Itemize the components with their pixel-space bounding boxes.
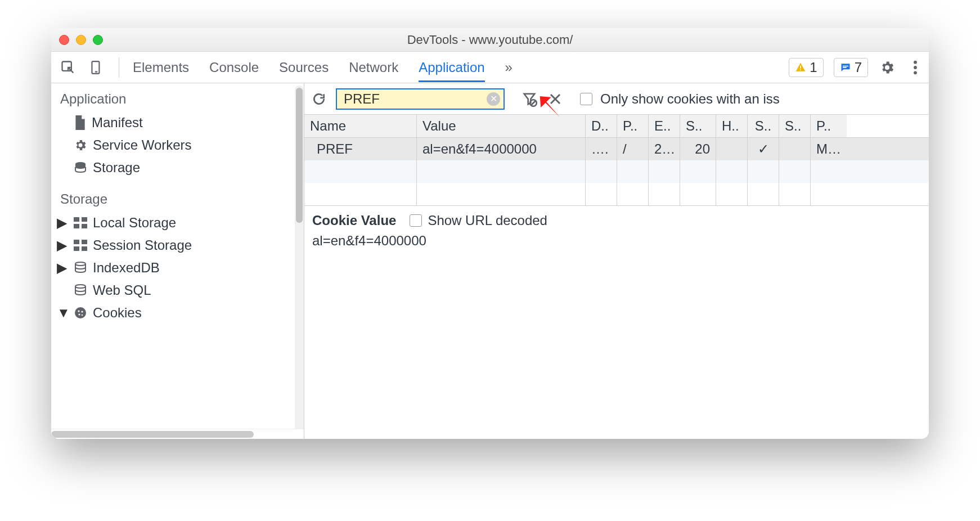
svg-point-7 xyxy=(914,60,917,64)
cookie-filter-input[interactable] xyxy=(343,91,483,107)
more-icon[interactable] xyxy=(906,59,924,77)
cell-value: al=en&f4=4000000 xyxy=(417,138,586,160)
col-priority[interactable]: P.. xyxy=(811,115,847,137)
tabs-overflow[interactable]: » xyxy=(505,53,513,82)
window-title: DevTools - www.youtube.com/ xyxy=(51,33,929,47)
cookies-table: Name Value D.. P.. E.. S.. H.. S.. S.. P… xyxy=(304,115,929,206)
sidebar-vertical-scrollbar[interactable] xyxy=(295,86,304,437)
devtools-window: DevTools - www.youtube.com/ Elements Con… xyxy=(51,28,929,439)
cookie-value-header: Cookie Value xyxy=(312,213,396,228)
toolbar-divider xyxy=(119,57,119,78)
sidebar-item-cookies[interactable]: ▼ Cookies xyxy=(51,302,304,324)
svg-line-27 xyxy=(532,101,536,105)
cell-priority: M… xyxy=(811,138,847,160)
svg-rect-18 xyxy=(82,246,87,251)
sidebar-item-service-workers[interactable]: Service Workers xyxy=(51,134,304,156)
sidebar-item-label: Session Storage xyxy=(93,237,192,253)
caret-icon: ▶ xyxy=(57,215,66,231)
inspect-element-icon[interactable] xyxy=(59,59,77,77)
database-icon xyxy=(74,261,87,275)
svg-rect-13 xyxy=(74,224,79,228)
svg-point-9 xyxy=(914,71,917,74)
cookies-filter-bar: ✕ Only show cookies with an iss xyxy=(304,83,929,115)
col-value[interactable]: Value xyxy=(417,115,586,137)
svg-point-23 xyxy=(81,311,83,312)
sidebar-item-websql[interactable]: Web SQL xyxy=(51,279,304,302)
col-secure[interactable]: S.. xyxy=(748,115,779,137)
col-httponly[interactable]: H.. xyxy=(716,115,748,137)
refresh-icon[interactable] xyxy=(310,90,328,108)
sidebar-item-manifest[interactable]: Manifest xyxy=(51,111,304,134)
cookie-detail-panel: Cookie Value Show URL decoded al=en&f4=4… xyxy=(304,206,929,255)
col-domain[interactable]: D.. xyxy=(586,115,617,137)
sidebar-item-label: Local Storage xyxy=(93,215,176,231)
sidebar-horizontal-scrollbar[interactable] xyxy=(51,429,304,439)
caret-icon: ▶ xyxy=(57,237,66,253)
sidebar-item-local-storage[interactable]: ▶ Local Storage xyxy=(51,212,304,234)
svg-rect-14 xyxy=(82,224,87,228)
database-icon xyxy=(74,161,87,174)
cell-expires: 2… xyxy=(649,138,680,160)
application-sidebar: Application Manifest Service Workers xyxy=(51,83,304,439)
sidebar-item-label: Storage xyxy=(93,160,140,176)
cell-secure: ✓ xyxy=(748,138,779,160)
sidebar-item-session-storage[interactable]: ▶ Session Storage xyxy=(51,234,304,257)
svg-point-25 xyxy=(82,315,83,316)
table-header-row: Name Value D.. P.. E.. S.. H.. S.. S.. P… xyxy=(304,115,929,138)
tab-network[interactable]: Network xyxy=(349,53,398,82)
col-path[interactable]: P.. xyxy=(617,115,649,137)
cookie-value-text: al=en&f4=4000000 xyxy=(312,233,921,249)
sidebar-item-label: Manifest xyxy=(92,115,143,131)
col-expires[interactable]: E.. xyxy=(649,115,680,137)
panel-tabs: Elements Console Sources Network Applica… xyxy=(133,53,513,82)
col-samesite[interactable]: S.. xyxy=(779,115,811,137)
svg-point-19 xyxy=(75,262,86,266)
sidebar-item-label: Web SQL xyxy=(93,282,151,298)
delete-selected-icon[interactable] xyxy=(546,90,564,108)
col-name[interactable]: Name xyxy=(304,115,417,137)
caret-icon: ▶ xyxy=(57,260,66,276)
cell-samesite xyxy=(779,138,811,160)
table-row[interactable]: PREF al=en&f4=4000000 …. / 2… 20 ✓ M… xyxy=(304,138,929,160)
file-icon xyxy=(74,115,86,130)
tab-elements[interactable]: Elements xyxy=(133,53,189,82)
svg-point-8 xyxy=(914,66,917,69)
gear-icon xyxy=(74,138,87,152)
messages-badge[interactable]: 7 xyxy=(834,58,868,77)
svg-rect-3 xyxy=(800,65,801,68)
warnings-badge[interactable]: 1 xyxy=(789,58,823,77)
tab-sources[interactable]: Sources xyxy=(279,53,329,82)
sidebar-item-label: IndexedDB xyxy=(93,260,160,276)
device-toggle-icon[interactable] xyxy=(87,59,105,77)
warnings-count: 1 xyxy=(810,60,817,75)
cell-path: / xyxy=(617,138,649,160)
grid-icon xyxy=(74,240,87,251)
svg-rect-5 xyxy=(843,65,848,66)
cookies-panel: ✕ Only show cookies with an iss xyxy=(304,83,929,439)
clear-filter-icon[interactable]: ✕ xyxy=(487,92,500,106)
sidebar-item-storage[interactable]: Storage xyxy=(51,156,304,179)
only-issue-checkbox[interactable] xyxy=(580,93,592,105)
titlebar: DevTools - www.youtube.com/ xyxy=(51,28,929,52)
clear-all-filtered-icon[interactable] xyxy=(520,90,538,108)
caret-icon: ▼ xyxy=(57,305,66,321)
show-url-decoded-checkbox[interactable] xyxy=(410,214,422,227)
tab-application[interactable]: Application xyxy=(419,53,484,82)
svg-point-21 xyxy=(75,307,86,318)
settings-icon[interactable] xyxy=(878,59,896,77)
cell-name: PREF xyxy=(304,138,417,160)
messages-count: 7 xyxy=(855,60,862,75)
col-size[interactable]: S.. xyxy=(680,115,716,137)
main-toolbar: Elements Console Sources Network Applica… xyxy=(51,52,929,83)
table-row-empty xyxy=(304,160,929,183)
tab-console[interactable]: Console xyxy=(209,53,259,82)
svg-rect-15 xyxy=(74,240,79,244)
svg-rect-4 xyxy=(800,69,801,70)
svg-rect-11 xyxy=(74,217,79,222)
database-icon xyxy=(74,284,87,297)
sidebar-item-label: Service Workers xyxy=(93,137,192,153)
sidebar-item-label: Cookies xyxy=(93,305,142,321)
sidebar-item-indexeddb[interactable]: ▶ IndexedDB xyxy=(51,257,304,279)
cell-domain: …. xyxy=(586,138,617,160)
only-issue-label: Only show cookies with an iss xyxy=(600,91,780,107)
